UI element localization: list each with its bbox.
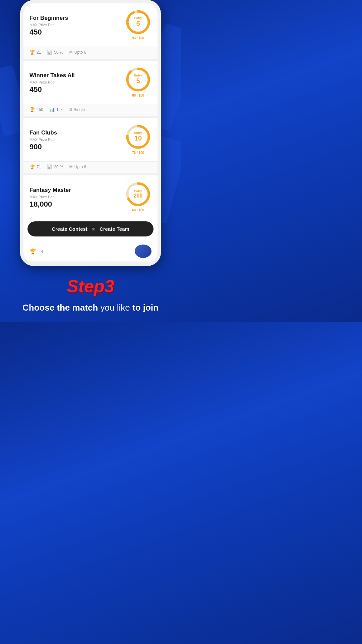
trophy-icon-4: 🏆 <box>29 248 36 255</box>
contest-card-fan-clubs[interactable]: Fan Clubs MAX Prize Pool 900 Entry <box>23 118 158 173</box>
entry-circle-winner-takes-all: Entry 5 <box>125 66 152 93</box>
stat-percent-winner-takes-all: 📊 1 % <box>49 107 63 112</box>
contests-list: For Beginners MAX Prize Pool 450 Entry <box>23 3 158 261</box>
stat-team-fan-clubs: M Upto 6 <box>69 165 86 169</box>
contest-stats-fan-clubs: 🏆 71 📊 30 % M Upto 6 <box>23 161 158 173</box>
contest-card-winner-takes-all[interactable]: Winner Takes All MAX Prize Pool 450 Entr… <box>23 61 158 116</box>
contest-label-fan-clubs: MAX Prize Pool <box>29 138 125 142</box>
action-bar: Create Contest ✕ Create Team <box>27 221 154 236</box>
stat-trophy-for-beginners: 🏆 21 <box>29 50 41 55</box>
entry-circle-fan-clubs: Entry 10 <box>125 123 152 150</box>
description-bold-2: to join <box>132 303 159 313</box>
entry-progress-fan-clubs: 76 / 100 <box>125 150 152 157</box>
contest-info-winner-takes-all: Winner Takes All MAX Prize Pool 450 <box>29 72 125 94</box>
contest-stats-for-beginners: 🏆 21 📊 50 % M Upto 6 <box>23 47 158 59</box>
contest-label-for-beginners: MAX Prize Pool <box>29 23 125 27</box>
stat-percent-fan-clubs: 📊 30 % <box>47 164 63 169</box>
contest-title-for-beginners: For Beginners <box>29 15 125 21</box>
chart-icon-3: 📊 <box>47 164 52 169</box>
contest-prize-for-beginners: 450 <box>29 28 125 37</box>
step-title: Step3 <box>7 276 174 296</box>
action-separator: ✕ <box>92 226 96 232</box>
entry-circle-for-beginners: Entry 5 <box>125 9 152 36</box>
contest-prize-fan-clubs: 900 <box>29 143 125 151</box>
description-regular: you like <box>98 303 132 313</box>
trophy-icon: 🏆 <box>29 50 35 55</box>
contest-info-for-beginners: For Beginners MAX Prize Pool 450 <box>29 15 125 37</box>
stat-trophy-winner-takes-all: 🏆 450 <box>29 107 43 112</box>
contest-title-fan-clubs: Fan Clubs <box>29 129 125 136</box>
step-description: Choose the match you like to join <box>7 302 174 314</box>
entry-label-fan-clubs: Entry <box>134 131 142 135</box>
entry-progress-winner-takes-all: 88 / 100 <box>125 93 152 100</box>
trophy-icon-3: 🏆 <box>29 164 35 169</box>
contest-stats-winner-takes-all: 🏆 450 📊 1 % S Single <box>23 104 158 116</box>
contest-card-for-beginners[interactable]: For Beginners MAX Prize Pool 450 Entry <box>23 3 158 59</box>
chart-icon-2: 📊 <box>49 107 55 112</box>
stat-trophy-fan-clubs: 🏆 71 <box>29 164 41 169</box>
entry-amount-for-beginners: 5 <box>134 20 142 27</box>
entry-progress-for-beginners: 93 / 100 <box>125 36 152 43</box>
contest-label-fantasy-master: MAX Prize Pool <box>29 195 125 199</box>
stat-team-for-beginners: M Upto 6 <box>69 50 86 55</box>
entry-circle-fantasy-master: Entry 200 <box>125 181 152 208</box>
contest-label-winner-takes-all: MAX Prize Pool <box>29 80 125 84</box>
entry-label-fantasy-master: Entry <box>134 190 143 193</box>
contest-prize-winner-takes-all: 450 <box>29 85 125 94</box>
contest-info-fan-clubs: Fan Clubs MAX Prize Pool 900 <box>29 129 125 151</box>
stat-percent-for-beginners: 📊 50 % <box>47 50 63 55</box>
entry-amount-fan-clubs: 10 <box>134 135 142 142</box>
create-team-button[interactable]: Create Team <box>100 226 129 232</box>
partial-stat: 4 <box>41 249 43 254</box>
contest-title-winner-takes-all: Winner Takes All <box>29 72 125 79</box>
contest-prize-fantasy-master: 18,000 <box>29 200 125 209</box>
multi-icon: M <box>69 50 73 55</box>
entry-label-for-beginners: Entry <box>134 16 142 20</box>
entry-progress-fantasy-master: 68 / 100 <box>125 208 152 215</box>
description-bold-1: Choose the match <box>22 303 98 313</box>
phone-screen: For Beginners MAX Prize Pool 450 Entry <box>23 3 158 263</box>
create-contest-button[interactable]: Create Contest <box>52 226 87 232</box>
contest-card-fantasy-master[interactable]: Fantasy Master MAX Prize Pool 18,000 Ent… <box>23 175 158 261</box>
chart-icon: 📊 <box>47 50 52 55</box>
contest-title-fantasy-master: Fantasy Master <box>29 187 125 194</box>
multi-icon-2: M <box>69 165 73 169</box>
stat-team-winner-takes-all: S Single <box>69 107 85 112</box>
entry-amount-fantasy-master: 200 <box>134 193 143 199</box>
single-icon: S <box>69 107 72 112</box>
partial-avatar <box>135 245 152 258</box>
contest-info-fantasy-master: Fantasy Master MAX Prize Pool 18,000 <box>29 187 125 209</box>
bottom-section: Step3 Choose the match you like to join <box>0 266 181 320</box>
phone-frame: For Beginners MAX Prize Pool 450 Entry <box>20 0 161 266</box>
entry-label-winner-takes-all: Entry <box>134 74 142 77</box>
partial-next-card: 🏆 4 <box>23 239 158 261</box>
trophy-icon-2: 🏆 <box>29 107 35 112</box>
entry-amount-winner-takes-all: 5 <box>134 77 142 85</box>
